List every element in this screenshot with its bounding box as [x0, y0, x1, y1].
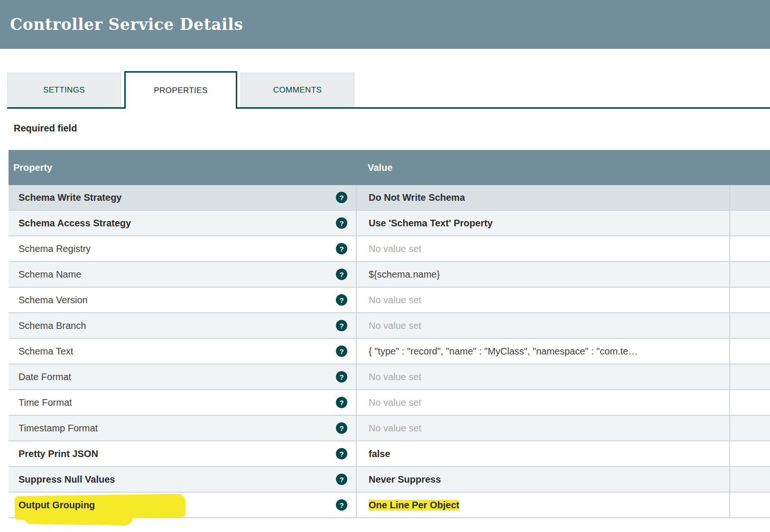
table-row[interactable]: Timestamp Format ? No value set [9, 416, 770, 441]
help-icon[interactable]: ? [336, 448, 347, 459]
help-icon[interactable]: ? [336, 397, 347, 408]
spacer-cell [729, 493, 770, 517]
help-icon[interactable]: ? [336, 320, 347, 331]
help-icon[interactable]: ? [336, 371, 347, 383]
property-value: Never Suppress [369, 474, 441, 485]
property-cell: Schema Registry ? [9, 236, 356, 261]
value-cell: No value set [356, 390, 729, 415]
property-cell: Date Format ? [9, 364, 356, 389]
dialog-header: Controller Service Details [0, 0, 770, 49]
tab-comments[interactable]: COMMENTS [241, 73, 354, 107]
spacer-cell [729, 211, 770, 235]
help-icon[interactable]: ? [336, 217, 347, 229]
spacer-cell [729, 390, 770, 415]
table-row[interactable]: Date Format ? No value set [9, 364, 770, 390]
spacer-cell [729, 441, 770, 466]
spacer-cell [729, 262, 770, 287]
tab-label: PROPERTIES [154, 86, 207, 95]
table-row[interactable]: Schema Name ? ${schema.name} [9, 262, 770, 288]
table-row[interactable]: Schema Version ? No value set [9, 288, 770, 313]
property-value: No value set [369, 295, 421, 306]
help-icon[interactable]: ? [336, 243, 347, 254]
spacer-cell [729, 416, 770, 440]
table-row[interactable]: Time Format ? No value set [9, 390, 770, 416]
property-value: false [369, 448, 390, 459]
table-header-row: Property Value [9, 150, 770, 185]
spacer-cell [729, 185, 770, 210]
property-value: One Line Per Object [369, 500, 459, 511]
help-icon[interactable]: ? [336, 474, 347, 485]
tab-properties[interactable]: PROPERTIES [124, 71, 237, 109]
property-name: Suppress Null Values [19, 474, 115, 485]
help-icon[interactable]: ? [336, 499, 347, 511]
table-row[interactable]: Output Grouping ? One Line Per Object [9, 493, 770, 518]
property-cell: Timestamp Format ? [9, 416, 356, 440]
property-name: Schema Name [19, 269, 81, 280]
property-value: Use 'Schema Text' Property [369, 218, 492, 229]
property-name: Output Grouping [19, 500, 95, 511]
property-name: Schema Access Strategy [19, 218, 131, 229]
value-cell: No value set [356, 364, 729, 389]
property-name: Pretty Print JSON [19, 448, 98, 459]
property-name: Schema Branch [19, 320, 86, 331]
dialog-title: Controller Service Details [10, 15, 243, 34]
property-value: No value set [369, 320, 421, 331]
table-row[interactable]: Schema Branch ? No value set [9, 313, 770, 339]
property-name: Date Format [19, 372, 71, 383]
table-row[interactable]: Pretty Print JSON ? false [9, 441, 770, 467]
help-icon[interactable]: ? [336, 345, 347, 357]
property-name: Schema Registry [19, 243, 91, 254]
property-name: Time Format [19, 397, 72, 408]
table-row[interactable]: Schema Access Strategy ? Use 'Schema Tex… [9, 211, 770, 236]
table-row[interactable]: Schema Write Strategy ? Do Not Write Sch… [9, 185, 770, 211]
value-cell: Do Not Write Schema [356, 185, 729, 210]
property-name: Schema Write Strategy [19, 192, 122, 203]
properties-table: Property Value Schema Write Strategy ? D… [9, 150, 770, 518]
value-cell: ${schema.name} [356, 262, 729, 287]
table-row[interactable]: Schema Registry ? No value set [9, 236, 770, 262]
tab-label: SETTINGS [43, 85, 85, 95]
required-field-label: Required field [14, 123, 770, 134]
property-cell: Schema Access Strategy ? [9, 211, 356, 235]
property-cell: Schema Name ? [9, 262, 356, 287]
value-cell: No value set [356, 416, 729, 440]
table-row[interactable]: Schema Text ? { "type" : "record", "name… [9, 339, 770, 364]
column-header-value: Value [356, 162, 729, 173]
help-icon[interactable]: ? [336, 192, 347, 203]
value-cell: One Line Per Object [356, 493, 729, 517]
property-name: Schema Version [19, 295, 88, 306]
spacer-cell [729, 236, 770, 261]
help-icon[interactable]: ? [336, 269, 347, 280]
spacer-cell [729, 339, 770, 364]
spacer-cell [729, 467, 770, 492]
spacer-cell [729, 288, 770, 312]
value-cell: { "type" : "record", "name" : "MyClass",… [356, 339, 729, 364]
property-value: No value set [369, 372, 421, 383]
property-cell: Suppress Null Values ? [9, 467, 356, 492]
property-cell: Schema Text ? [9, 339, 356, 364]
property-cell: Pretty Print JSON ? [9, 441, 356, 466]
table-row[interactable]: Suppress Null Values ? Never Suppress [9, 467, 770, 493]
property-value: No value set [369, 397, 421, 408]
spacer-cell [729, 364, 770, 389]
property-cell: Schema Branch ? [9, 313, 356, 338]
help-icon[interactable]: ? [336, 422, 347, 434]
property-cell: Output Grouping ? [9, 493, 356, 517]
property-cell: Schema Write Strategy ? [9, 185, 356, 210]
spacer-cell [729, 313, 770, 338]
value-cell: No value set [356, 236, 729, 261]
property-value: No value set [369, 243, 421, 254]
help-icon[interactable]: ? [336, 294, 347, 306]
column-header-property: Property [9, 162, 356, 173]
property-cell: Time Format ? [9, 390, 356, 415]
property-name: Timestamp Format [19, 423, 98, 434]
property-name: Schema Text [19, 346, 73, 357]
property-value: ${schema.name} [369, 269, 440, 280]
value-cell: Never Suppress [356, 467, 729, 492]
property-value: No value set [369, 423, 421, 434]
property-cell: Schema Version ? [9, 288, 356, 312]
value-cell: Use 'Schema Text' Property [356, 211, 729, 235]
value-cell: No value set [356, 288, 729, 312]
tab-settings[interactable]: SETTINGS [7, 73, 121, 107]
tab-label: COMMENTS [273, 85, 322, 95]
